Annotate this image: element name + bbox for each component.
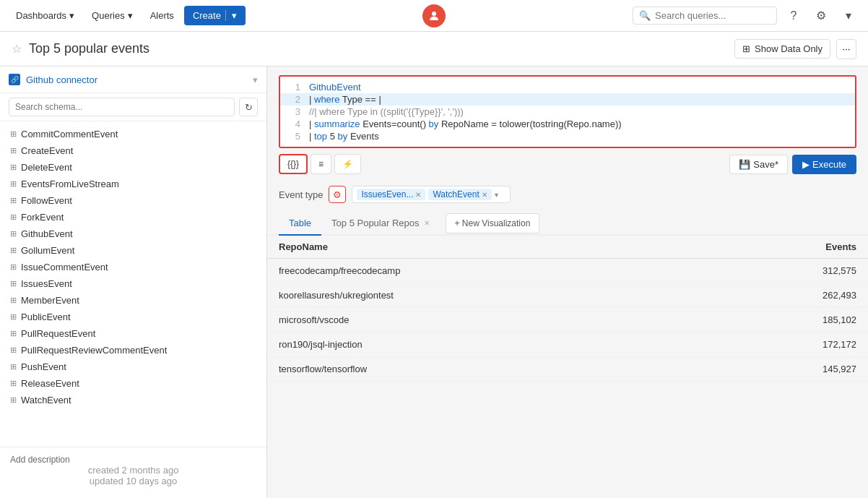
schema-item[interactable]: ⊞GollumEvent (0, 242, 266, 259)
table-icon: ⊞ (10, 362, 17, 372)
topnav-left: Dashboards ▾ Queries ▾ Alerts Create ▾ (9, 6, 420, 25)
schema-item[interactable]: ⊞EventsFromLiveStream (0, 176, 266, 192)
table-row: microsoft/vscode185,102 (267, 308, 868, 332)
schema-item[interactable]: ⊞ReleaseEvent (0, 375, 266, 392)
col-reponame: RepoName (267, 236, 698, 259)
created-timestamp: created 2 months ago (10, 465, 256, 476)
code-content: | summarize Events=count() by RepoName =… (309, 119, 622, 129)
col-events: Events (698, 236, 868, 259)
params-section: Event type ⚙ IssuesEven...✕WatchEvent✕ ▾ (267, 180, 868, 212)
schema-item[interactable]: ⊞IssueCommentEvent (0, 259, 266, 275)
tag-close[interactable]: ✕ (482, 191, 487, 199)
code-content: //| where Type in ((split('{{Type}}', ',… (309, 106, 464, 117)
schema-item[interactable]: ⊞CreateEvent (0, 142, 266, 159)
expand-button[interactable]: ▾ (838, 5, 859, 27)
tab-table[interactable]: Table (279, 212, 321, 236)
help-button[interactable]: ? (783, 5, 804, 27)
params-button[interactable]: {{}} (279, 154, 308, 174)
schema-item[interactable]: ⊞PullRequestEvent (0, 325, 266, 342)
table-row: koorellasuresh/ukregiontest262,493 (267, 283, 868, 308)
param-tags-dropdown[interactable]: IssuesEven...✕WatchEvent✕ ▾ (352, 186, 511, 203)
schema-item[interactable]: ⊞WatchEvent (0, 392, 266, 408)
cell-repo: koorellasuresh/ukregiontest (267, 283, 698, 308)
table-icon: ⊞ (10, 196, 17, 205)
schema-item[interactable]: ⊞ForkEvent (0, 209, 266, 226)
table-icon: ⊞ (10, 379, 17, 388)
table-icon: ⊞ (10, 146, 17, 155)
table-body: freecodecamp/freecodecamp312,575koorella… (267, 259, 868, 382)
connector-chevron: ▾ (253, 74, 258, 85)
execute-button[interactable]: ▶ Execute (792, 155, 856, 174)
search-schema-input[interactable] (9, 98, 235, 116)
schema-item[interactable]: ⊞PullRequestReviewCommentEvent (0, 342, 266, 359)
topnav: Dashboards ▾ Queries ▾ Alerts Create ▾ 🔍… (0, 0, 868, 32)
table-icon: ⊞ (10, 163, 17, 172)
search-box[interactable]: 🔍 (633, 7, 777, 25)
tag-close[interactable]: ✕ (415, 191, 421, 199)
table-wrap: RepoName Events freecodecamp/freecodecam… (267, 236, 868, 382)
schema-item[interactable]: ⊞CommitCommentEvent (0, 126, 266, 142)
alerts-label: Alerts (150, 10, 174, 21)
param-tag: WatchEvent✕ (428, 189, 491, 200)
table-header: RepoName Events (267, 236, 868, 259)
table-row: ron190/jsql-injection172,172 (267, 332, 868, 357)
nav-alerts[interactable]: Alerts (143, 6, 181, 25)
code-line: 3//| where Type in ((split('{{Type}}', '… (280, 106, 855, 118)
create-button[interactable]: Create ▾ (184, 6, 246, 25)
schema-item[interactable]: ⊞PublicEvent (0, 309, 266, 325)
cell-repo: freecodecamp/freecodecamp (267, 259, 698, 283)
line-number: 3 (286, 106, 300, 117)
schema-item[interactable]: ⊞DeleteEvent (0, 159, 266, 176)
param-gear-button[interactable]: ⚙ (329, 186, 346, 203)
code-line: 1GithubEvent (280, 81, 855, 93)
connector-row: 🔗 Github connector ▾ (0, 66, 266, 93)
content-area: 1GithubEvent2| where Type == |3//| where… (267, 66, 868, 498)
tab-top-5-popular-repos[interactable]: Top 5 Popular Repos✕ (321, 212, 439, 236)
schema-item[interactable]: ⊞MemberEvent (0, 292, 266, 309)
tab-close-icon[interactable]: ✕ (424, 219, 430, 227)
sidebar-footer: Add description created 2 months ago upd… (0, 447, 266, 498)
nav-queries[interactable]: Queries ▾ (84, 6, 140, 25)
schema-item[interactable]: ⊞IssuesEvent (0, 275, 266, 292)
play-icon: ▶ (802, 159, 810, 170)
cell-events: 172,172 (698, 332, 868, 357)
schema-item[interactable]: ⊞PushEvent (0, 359, 266, 375)
schema-list: ⊞CommitCommentEvent⊞CreateEvent⊞DeleteEv… (0, 121, 266, 447)
star-icon[interactable]: ☆ (12, 42, 22, 56)
page-title: Top 5 popular events (29, 41, 149, 56)
main-layout: 🔗 Github connector ▾ ↻ ⊞CommitCommentEve… (0, 66, 868, 498)
schema-item[interactable]: ⊞GithubEvent (0, 226, 266, 242)
dashboards-chevron: ▾ (69, 10, 74, 21)
code-editor[interactable]: 1GithubEvent2| where Type == |3//| where… (279, 75, 856, 148)
toolbar-right: 💾 Save* ▶ Execute (729, 155, 856, 174)
settings-button[interactable]: ⚙ (810, 5, 832, 27)
new-visualization-button[interactable]: + New Visualization (446, 213, 540, 233)
add-description-link[interactable]: Add description (10, 455, 256, 465)
show-data-only-button[interactable]: ⊞ Show Data Only (734, 39, 830, 59)
svg-point-0 (432, 12, 436, 16)
connector-select[interactable]: Github connector (26, 74, 247, 85)
table-icon: ⊞ (10, 329, 17, 338)
save-button[interactable]: 💾 Save* (729, 155, 788, 174)
lightning-button[interactable]: ⚡ (334, 154, 361, 174)
nav-dashboards[interactable]: Dashboards ▾ (9, 6, 82, 25)
table-button[interactable]: ≡ (311, 154, 331, 174)
search-icon: 🔍 (639, 10, 651, 21)
cell-events: 185,102 (698, 308, 868, 332)
code-content: | where Type == | (309, 94, 381, 105)
search-schema-row: ↻ (0, 93, 266, 121)
line-number: 1 (286, 82, 300, 93)
page-header: ☆ Top 5 popular events ⊞ Show Data Only … (0, 32, 868, 66)
schema-item[interactable]: ⊞FollowEvent (0, 192, 266, 209)
table-row: freecodecamp/freecodecamp312,575 (267, 259, 868, 283)
table-icon: ⊞ (10, 212, 17, 222)
more-options-button[interactable]: ··· (836, 39, 856, 59)
param-label: Event type (279, 189, 323, 200)
results-table: RepoName Events freecodecamp/freecodecam… (267, 236, 868, 498)
tabs-row: TableTop 5 Popular Repos✕+ New Visualiza… (267, 212, 868, 236)
line-number: 4 (286, 119, 300, 129)
table-icon: ⊞ (10, 262, 17, 272)
table-icon: ⊞ (10, 129, 17, 139)
search-input[interactable] (655, 10, 756, 21)
refresh-schema-button[interactable]: ↻ (239, 98, 258, 116)
